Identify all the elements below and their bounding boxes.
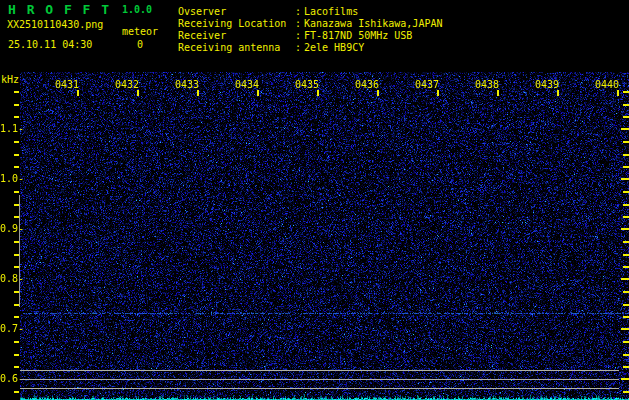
info-row-observer: Ovserver:Lacofilms bbox=[178, 6, 442, 18]
freq-minor-tick-right bbox=[623, 291, 629, 293]
info-separator: : bbox=[295, 42, 304, 54]
time-tick-label: 0440 bbox=[595, 79, 619, 90]
frequency-unit-label: kHz bbox=[1, 74, 19, 85]
info-row-location: Receiving Location:Kanazawa Ishikawa,JAP… bbox=[178, 18, 442, 30]
freq-minor-tick-right bbox=[623, 91, 629, 93]
freq-minor-tick-right bbox=[623, 316, 629, 318]
time-tick-label: 0439 bbox=[535, 79, 559, 90]
app-version: 1.0.0 bbox=[122, 4, 152, 15]
freq-minor-tick-left bbox=[14, 166, 19, 168]
info-label: Receiving Location bbox=[178, 18, 295, 30]
time-tick-label: 0431 bbox=[55, 79, 79, 90]
freq-minor-tick-left bbox=[14, 341, 19, 343]
time-tick-mark bbox=[617, 90, 619, 96]
time-tick-mark bbox=[197, 90, 199, 96]
gray-reference-line bbox=[20, 370, 619, 371]
gray-reference-line bbox=[20, 379, 619, 380]
time-tick-mark bbox=[437, 90, 439, 96]
observation-datetime: 25.10.11 04:30 bbox=[8, 39, 92, 50]
freq-tick-right bbox=[621, 228, 629, 230]
info-row-antenna: Receiving antenna:2ele HB9CY bbox=[178, 42, 442, 54]
freq-minor-tick-right bbox=[623, 191, 629, 193]
time-tick-label: 0434 bbox=[235, 79, 259, 90]
freq-minor-tick-left bbox=[14, 366, 19, 368]
app-title: H R O F F T bbox=[8, 2, 111, 17]
time-tick-label: 0433 bbox=[175, 79, 199, 90]
info-separator: : bbox=[295, 30, 304, 42]
freq-tick-right bbox=[621, 378, 629, 380]
info-label: Receiver bbox=[178, 30, 295, 42]
freq-tick-label: 0.8- bbox=[0, 273, 19, 284]
info-separator: : bbox=[295, 18, 304, 30]
time-tick-mark bbox=[257, 90, 259, 96]
freq-minor-tick-right bbox=[623, 254, 629, 256]
freq-tick-right bbox=[621, 178, 629, 180]
freq-minor-tick-left bbox=[14, 391, 19, 393]
freq-minor-tick-left bbox=[14, 354, 19, 356]
info-value: Kanazawa Ishikawa,JAPAN bbox=[304, 18, 442, 30]
time-tick-mark bbox=[377, 90, 379, 96]
time-tick-label: 0438 bbox=[475, 79, 499, 90]
info-row-receiver: Receiver:FT-817ND 50MHz USB bbox=[178, 30, 442, 42]
freq-minor-tick-right bbox=[623, 141, 629, 143]
time-tick-mark bbox=[77, 90, 79, 96]
freq-minor-tick-right bbox=[623, 266, 629, 268]
left-edge-marker-line bbox=[19, 195, 20, 307]
time-tick-mark bbox=[497, 90, 499, 96]
time-tick-label: 0437 bbox=[415, 79, 439, 90]
freq-minor-tick-left bbox=[14, 141, 19, 143]
freq-minor-tick-left bbox=[14, 316, 19, 318]
freq-minor-tick-right bbox=[623, 366, 629, 368]
freq-minor-tick-left bbox=[14, 154, 19, 156]
time-tick-label: 0435 bbox=[295, 79, 319, 90]
station-info: Ovserver:Lacofilms Receiving Location:Ka… bbox=[178, 6, 442, 54]
freq-minor-tick-right bbox=[623, 354, 629, 356]
freq-tick-label: 1.0- bbox=[0, 173, 19, 184]
time-tick-mark bbox=[557, 90, 559, 96]
hrofft-window: H R O F F T 1.0.0 XX2510110430.png meteo… bbox=[0, 0, 629, 400]
freq-tick-label: 1.1- bbox=[0, 123, 19, 134]
freq-minor-tick-right bbox=[623, 341, 629, 343]
freq-minor-tick-left bbox=[14, 104, 19, 106]
output-filename: XX2510110430.png bbox=[7, 19, 103, 30]
freq-tick-right bbox=[621, 128, 629, 130]
freq-minor-tick-right bbox=[623, 241, 629, 243]
freq-minor-tick-left bbox=[14, 191, 19, 193]
freq-minor-tick-right bbox=[623, 391, 629, 393]
info-value: 2ele HB9CY bbox=[304, 42, 364, 54]
meteor-counter-value: 0 bbox=[131, 39, 149, 50]
gray-reference-line bbox=[20, 388, 619, 389]
freq-minor-tick-right bbox=[623, 104, 629, 106]
freq-minor-tick-right bbox=[623, 304, 629, 306]
freq-minor-tick-right bbox=[623, 166, 629, 168]
meteor-counter-label: meteor bbox=[122, 26, 158, 37]
freq-minor-tick-right bbox=[623, 116, 629, 118]
info-label: Receiving antenna bbox=[178, 42, 295, 54]
time-tick-label: 0436 bbox=[355, 79, 379, 90]
spectrogram-canvas bbox=[20, 72, 629, 400]
freq-minor-tick-right bbox=[623, 204, 629, 206]
freq-tick-label: 0.9- bbox=[0, 223, 19, 234]
freq-minor-tick-right bbox=[623, 216, 629, 218]
info-value: Lacofilms bbox=[304, 6, 358, 18]
freq-tick-right bbox=[621, 328, 629, 330]
freq-minor-tick-left bbox=[14, 116, 19, 118]
info-separator: : bbox=[295, 6, 304, 18]
time-tick-mark bbox=[137, 90, 139, 96]
freq-tick-right bbox=[621, 278, 629, 280]
time-tick-label: 0432 bbox=[115, 79, 139, 90]
time-tick-mark bbox=[317, 90, 319, 96]
freq-tick-label: 0.6- bbox=[0, 373, 19, 384]
info-label: Ovserver bbox=[178, 6, 295, 18]
info-value: FT-817ND 50MHz USB bbox=[304, 30, 412, 42]
freq-tick-label: 0.7- bbox=[0, 323, 19, 334]
freq-minor-tick-left bbox=[14, 91, 19, 93]
freq-minor-tick-right bbox=[623, 154, 629, 156]
